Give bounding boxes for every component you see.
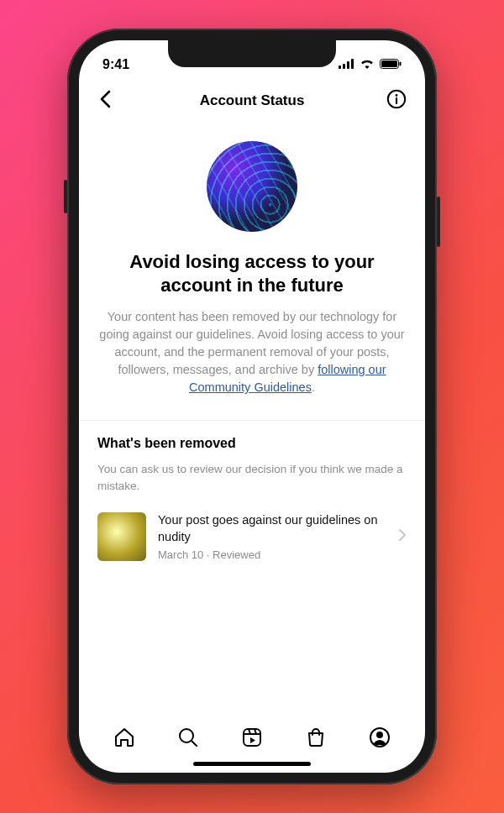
info-button[interactable] — [383, 86, 410, 116]
tab-home[interactable] — [113, 726, 136, 749]
avatar-wrap — [79, 128, 425, 242]
chevron-left-icon — [99, 90, 111, 108]
tab-shop[interactable] — [304, 726, 328, 749]
svg-line-11 — [192, 742, 197, 747]
svg-rect-2 — [347, 61, 349, 69]
status-time: 9:41 — [102, 57, 129, 72]
hero-body: Your content has been removed by our tec… — [79, 308, 425, 420]
home-icon — [113, 726, 135, 748]
svg-rect-3 — [351, 59, 354, 69]
svg-rect-6 — [400, 62, 402, 66]
wifi-icon — [360, 57, 375, 72]
removed-item-meta: March 10 · Reviewed — [158, 548, 386, 561]
content: Avoid losing access to your account in t… — [79, 121, 425, 709]
battery-icon — [380, 57, 402, 72]
removed-item-title: Your post goes against our guidelines on… — [158, 512, 386, 545]
home-indicator[interactable] — [193, 762, 311, 766]
divider — [79, 420, 425, 421]
svg-rect-9 — [396, 97, 397, 104]
tab-search[interactable] — [176, 726, 200, 749]
status-icons — [339, 57, 402, 72]
hero-body-period: . — [312, 380, 315, 394]
tab-reels[interactable] — [240, 726, 264, 749]
reels-icon — [241, 726, 263, 748]
chevron-right-icon — [398, 528, 407, 545]
device-frame: 9:41 Account Status — [67, 29, 437, 784]
shop-icon — [305, 726, 327, 748]
search-icon — [177, 726, 199, 748]
page-header: Account Status — [79, 81, 425, 121]
svg-point-10 — [180, 729, 193, 742]
removed-section-subtitle: You can ask us to review our decision if… — [79, 461, 425, 512]
tab-profile[interactable] — [368, 726, 391, 749]
removed-section-title: What's been removed — [79, 436, 425, 461]
svg-rect-5 — [381, 60, 397, 67]
avatar — [207, 141, 297, 232]
svg-point-8 — [396, 94, 398, 97]
svg-point-17 — [376, 732, 383, 738]
back-button[interactable] — [94, 85, 116, 117]
notch — [168, 40, 336, 67]
removed-thumbnail — [97, 512, 146, 561]
svg-rect-12 — [244, 729, 260, 746]
removed-item[interactable]: Your post goes against our guidelines on… — [79, 512, 425, 561]
svg-rect-1 — [343, 64, 345, 69]
profile-icon — [369, 726, 391, 748]
page-title: Account Status — [200, 92, 305, 109]
info-icon — [386, 89, 407, 109]
cellular-icon — [339, 57, 354, 72]
svg-rect-0 — [339, 66, 341, 69]
hero-headline: Avoid losing access to your account in t… — [79, 242, 425, 308]
screen: 9:41 Account Status — [79, 40, 425, 773]
removed-item-texts: Your post goes against our guidelines on… — [158, 512, 386, 561]
